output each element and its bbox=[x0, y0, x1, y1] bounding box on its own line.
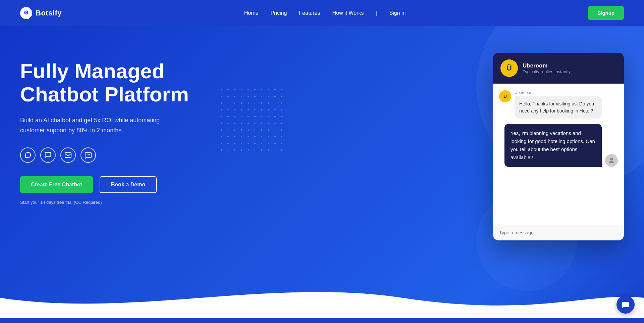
logo-icon bbox=[20, 7, 32, 19]
nav-signin[interactable]: Sign in bbox=[389, 10, 406, 16]
bot-name: Uberoom bbox=[523, 62, 571, 69]
chat-body: Ü Uberoom Hello, Thanks for visiting us.… bbox=[493, 84, 624, 225]
bot-message-avatar: Ü bbox=[499, 90, 511, 102]
wave-decoration bbox=[0, 278, 644, 318]
chat-header: Ü Uberoom Typically replies instantly bbox=[493, 53, 624, 84]
bot-avatar: Ü bbox=[500, 59, 518, 77]
brand-name: Botsify bbox=[36, 9, 62, 17]
chat-input-area bbox=[493, 225, 624, 240]
nav-home[interactable]: Home bbox=[244, 10, 259, 16]
hero-content: Fully Managed Chatbot Platform Build an … bbox=[0, 26, 644, 240]
hero-title: Fully Managed Chatbot Platform bbox=[20, 59, 215, 106]
svg-point-7 bbox=[610, 158, 613, 160]
whatsapp-icon bbox=[20, 147, 36, 163]
cta-buttons: Create Free Chatbot Book a Demo bbox=[20, 176, 215, 193]
nav-links: Home Pricing Features How it Works | Sig… bbox=[244, 10, 406, 16]
user-message-bubble: Yes, I'm planning vacations and looking … bbox=[504, 124, 602, 167]
nav-features[interactable]: Features bbox=[299, 10, 320, 16]
hero-subtitle: Build an AI chatbot and get 5x ROI while… bbox=[20, 116, 181, 135]
hero-right: Ü Uberoom Typically replies instantly Ü … bbox=[235, 46, 624, 240]
svg-rect-3 bbox=[65, 153, 71, 158]
book-demo-button[interactable]: Book a Demo bbox=[100, 176, 157, 193]
bot-message-bubble: Hello, Thanks for visiting us. Do you ne… bbox=[515, 96, 602, 119]
bot-message-content: Uberoom Hello, Thanks for visiting us. D… bbox=[515, 90, 602, 119]
messenger-icon bbox=[40, 147, 56, 163]
email-icon bbox=[60, 147, 76, 163]
logo[interactable]: Botsify bbox=[20, 7, 62, 19]
bot-status: Typically replies instantly bbox=[523, 69, 571, 74]
chat-input[interactable] bbox=[499, 230, 618, 235]
nav-separator: | bbox=[376, 10, 377, 16]
navbar: Botsify Home Pricing Features How it Wor… bbox=[0, 0, 644, 26]
floating-chat-button[interactable] bbox=[616, 295, 635, 314]
trial-text: Start your 14 days free trial (CC Requir… bbox=[20, 200, 215, 205]
sms-icon bbox=[80, 147, 96, 163]
user-avatar bbox=[605, 154, 618, 167]
hero-section: Fully Managed Chatbot Platform Build an … bbox=[0, 26, 644, 318]
user-message-row: Yes, I'm planning vacations and looking … bbox=[499, 124, 618, 167]
platform-icons bbox=[20, 147, 215, 163]
bot-message-row: Ü Uberoom Hello, Thanks for visiting us.… bbox=[499, 90, 618, 119]
signup-button[interactable]: Signup bbox=[588, 6, 624, 20]
chat-header-info: Uberoom Typically replies instantly bbox=[523, 62, 571, 74]
svg-point-2 bbox=[25, 12, 26, 13]
chat-widget: Ü Uberoom Typically replies instantly Ü … bbox=[493, 53, 624, 240]
bot-message-sender: Uberoom bbox=[515, 90, 602, 95]
create-chatbot-button[interactable]: Create Free Chatbot bbox=[20, 176, 93, 193]
nav-pricing[interactable]: Pricing bbox=[270, 10, 287, 16]
nav-how-it-works[interactable]: How it Works bbox=[332, 10, 364, 16]
hero-left: Fully Managed Chatbot Platform Build an … bbox=[20, 46, 215, 205]
